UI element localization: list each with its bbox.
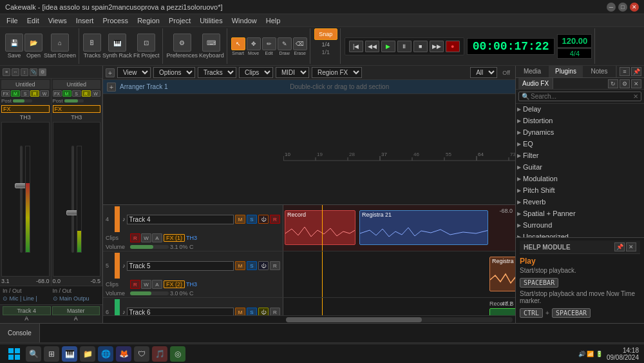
menu-utilities[interactable]: Utilities	[196, 16, 226, 25]
fx-surround-name[interactable]: Surround	[523, 221, 552, 229]
play-button[interactable]: ▶	[381, 41, 395, 52]
fx-reverb-name[interactable]: Reverb	[523, 198, 545, 206]
right-panel-pin[interactable]: 📌	[631, 67, 641, 76]
strip-option-5[interactable]: ⚙	[39, 68, 46, 76]
tab-notes[interactable]: Notes	[583, 66, 616, 77]
console-tab[interactable]: Console	[0, 324, 40, 342]
fx-search-clear[interactable]: ✕	[633, 93, 638, 100]
stop-button[interactable]: ■	[413, 41, 428, 52]
tracks-dropdown[interactable]: Tracks	[198, 67, 236, 78]
track-5-rec[interactable]: R	[270, 261, 280, 270]
fx-reverb-header[interactable]: ▶ Reverb	[517, 198, 643, 206]
input-routing-val[interactable]: ⊙ Mic | Line |	[3, 295, 50, 302]
fx-guitar-name[interactable]: Guitar	[523, 163, 542, 171]
track-6-solo[interactable]: S	[247, 308, 257, 315]
ff-button[interactable]: ▶▶	[430, 41, 444, 52]
close-button[interactable]: ✕	[630, 3, 639, 12]
track-5-vol-slider[interactable]	[130, 291, 169, 295]
track-5-armed[interactable]: ⏻	[258, 261, 269, 270]
options-dropdown[interactable]: Options	[153, 67, 195, 78]
track-5-mute[interactable]: M	[235, 261, 245, 270]
edit-tool[interactable]: ✏	[262, 37, 276, 50]
ch2-w-button[interactable]: W	[91, 90, 100, 97]
track-4-solo[interactable]: S	[247, 215, 257, 224]
taskbar-app-3[interactable]: 🌐	[98, 346, 113, 362]
clip-track5-registra[interactable]: Registra	[489, 257, 515, 291]
erase-tool[interactable]: ⌫	[293, 37, 307, 50]
track-6-clips[interactable]: Record B -47.2	[283, 298, 515, 315]
track-h-scrollbar[interactable]	[103, 315, 515, 323]
track-5-clips-r[interactable]: R	[130, 280, 140, 289]
track-4-clips[interactable]: Record Registra 21 -68.0	[283, 205, 515, 251]
fx-search-input[interactable]	[531, 93, 633, 100]
taskbar-app-2[interactable]: 📁	[80, 346, 95, 362]
output-routing[interactable]: In / Out	[53, 288, 100, 294]
menu-process[interactable]: Process	[99, 16, 132, 25]
track-4-armed[interactable]: ⏻	[258, 215, 269, 224]
menu-region[interactable]: Region	[133, 16, 164, 25]
ch1-solo-button[interactable]: S	[21, 90, 30, 97]
fx-distortion-name[interactable]: Distortion	[523, 117, 553, 124]
taskbar-task-view[interactable]: ⊞	[44, 346, 59, 362]
fx-delay-name[interactable]: Delay	[523, 105, 541, 113]
strip-option-3[interactable]: ↕	[21, 68, 28, 76]
right-panel-options[interactable]: ≡	[620, 67, 630, 76]
track-6-name[interactable]: Track 6	[127, 308, 234, 316]
fit-project-button[interactable]: ⊡	[137, 34, 155, 52]
save-button[interactable]: 💾	[5, 34, 23, 52]
taskbar-app-6[interactable]: 🎵	[152, 346, 167, 362]
fx-uncategorized-name[interactable]: Uncategorized	[523, 233, 569, 237]
view-dropdown[interactable]: View	[117, 67, 151, 78]
clips-dropdown[interactable]: Clips	[239, 67, 273, 78]
record-button[interactable]: ●	[446, 41, 460, 52]
smart-select-tool[interactable]: ↖	[231, 37, 245, 50]
tracks-view-button[interactable]: 🎚	[83, 34, 101, 52]
output-routing-val[interactable]: ⊙ Main Outpu	[53, 295, 100, 302]
synth-rack-button[interactable]: 🎹	[108, 34, 126, 52]
clip-record-b[interactable]	[489, 308, 515, 315]
track-5-a[interactable]: A	[152, 280, 162, 289]
ch1-w-button[interactable]: W	[40, 90, 49, 97]
fx-pitch-shift-name[interactable]: Pitch Shift	[523, 186, 555, 194]
draw-tool[interactable]: ✎	[278, 37, 292, 50]
track-4-w[interactable]: W	[141, 233, 151, 242]
maximize-button[interactable]: □	[618, 3, 627, 12]
open-button[interactable]: 📂	[24, 34, 43, 52]
ch1-fx-button[interactable]: FX	[1, 90, 10, 97]
strip-option-4[interactable]: 📎	[30, 68, 37, 76]
ch1-mute-button[interactable]: M	[11, 90, 20, 97]
fx-delay-header[interactable]: ▶ Delay	[517, 105, 643, 113]
strip-option-1[interactable]: ≡	[3, 68, 10, 76]
minimize-button[interactable]: ─	[607, 3, 616, 12]
midi-dropdown[interactable]: MIDI	[276, 67, 309, 78]
preferences-button[interactable]: ⚙	[173, 34, 191, 52]
all-dropdown[interactable]: All	[470, 67, 497, 78]
audio-fx-refresh[interactable]: ↻	[608, 79, 618, 88]
track-5-solo[interactable]: S	[247, 261, 257, 270]
fx-spatial-header[interactable]: ▶ Spatial + Panner	[517, 210, 643, 217]
start-screen-button[interactable]: ⌂	[51, 34, 69, 52]
track-4-rec[interactable]: R	[270, 215, 280, 224]
ch2-mute-button[interactable]: M	[62, 90, 71, 97]
track-4-a[interactable]: A	[152, 233, 162, 242]
taskbar-app-1[interactable]: 🎹	[62, 346, 77, 362]
fx-eq-name[interactable]: EQ	[523, 140, 533, 148]
fx-filter-header[interactable]: ▶ Filter	[517, 152, 643, 159]
track-5-fx[interactable]: FX (2)	[164, 280, 185, 288]
track-5-name[interactable]: Track 5	[127, 261, 234, 271]
audio-fx-close[interactable]: ✕	[631, 79, 641, 88]
taskbar-app-4[interactable]: 🦊	[116, 346, 131, 362]
track-4-mute[interactable]: M	[235, 215, 245, 224]
fx-modulation-name[interactable]: Modulation	[523, 175, 558, 182]
strip-option-2[interactable]: ↔	[12, 68, 19, 76]
menu-edit[interactable]: Edit	[23, 16, 43, 25]
ch1-rec-button[interactable]: R	[30, 90, 39, 97]
help-module-close[interactable]: ✕	[626, 242, 636, 251]
track-5-clips[interactable]: Registra	[283, 251, 515, 297]
ch2-fx-button[interactable]: FX	[53, 90, 62, 97]
taskbar-app-7[interactable]: ◎	[170, 346, 185, 362]
menu-insert[interactable]: Insert	[72, 16, 98, 25]
fx-pitch-shift-header[interactable]: ▶ Pitch Shift	[517, 186, 643, 194]
audio-fx-filter[interactable]: ⚙	[620, 79, 630, 88]
taskbar-app-5[interactable]: 🛡	[134, 346, 149, 362]
